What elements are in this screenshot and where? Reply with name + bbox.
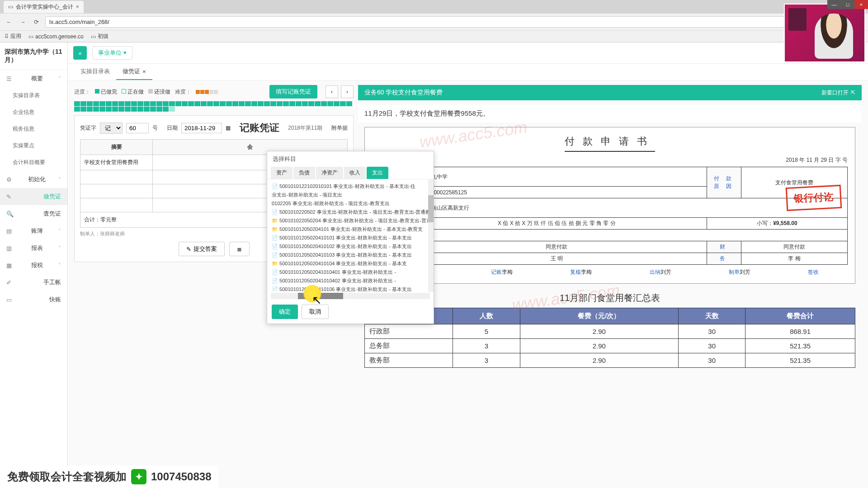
sidebar-item[interactable]: ▭快账 — [0, 291, 67, 308]
tree-node[interactable]: 📁 5001010220502​04 事业支出-财政补助支出 - 项目支出-教育… — [270, 216, 431, 225]
tree-node[interactable]: 📄 500101012050204​10103 事业支出-财政补助支出 - 基本… — [270, 251, 431, 259]
subject-tree[interactable]: 📄 5001010122102010101 事业支出-财政补助支出 - 基本支出… — [267, 179, 434, 292]
nav-icon: ▥ — [6, 245, 12, 252]
submit-answer-button[interactable]: ✎提交答案 — [179, 242, 225, 256]
progress-grid — [74, 101, 354, 112]
voucher-row-summary[interactable]: 学校支付食堂用餐费用 — [80, 155, 153, 170]
sidebar-item[interactable]: ▦报税˅ — [0, 257, 67, 274]
tree-node[interactable]: 📁 50010101205020​4101 事业支出-财政补助支出 - 基本支出… — [270, 225, 431, 234]
sidebar-item[interactable]: ▤账簿˅ — [0, 222, 67, 239]
tree-node[interactable]: 📄 500101022050​2 事业支出-财政补助支出 - 项目支出-教育支出… — [270, 208, 431, 216]
difficulty-label: 难度： — [175, 88, 191, 96]
sidebar-item[interactable]: 企业信息 — [0, 104, 67, 121]
doc-date: 2018 年 11 月 29 日 字 号 — [372, 156, 848, 164]
tree-node[interactable]: 业支出-财政补助支出 - 项目支出 — [270, 191, 431, 199]
horizontal-scrollbar[interactable] — [271, 293, 430, 299]
close-icon[interactable]: × — [76, 4, 79, 10]
footer-promo: 免费领取会计全套视频加 ✦ 1007450838 — [0, 465, 218, 488]
apps-icon[interactable]: ⠿ 应用 — [5, 33, 21, 40]
next-button[interactable]: › — [341, 85, 354, 98]
wechat-icon: ✦ — [131, 469, 146, 484]
voucher-number-input[interactable] — [126, 123, 149, 133]
tree-node[interactable]: 📄 5001010120502041010​401 事业支出-财政补助支出 - — [270, 268, 431, 277]
table-row: 总务部32.9030521.35 — [365, 339, 855, 353]
sidebar-item[interactable]: ⚙初始化˅ — [0, 171, 67, 188]
sidebar: 深圳市第九中学（11月） ☰概要˄实操目录表企业信息税务信息实操重点会计科目概要… — [0, 42, 68, 488]
sidebar-item[interactable]: 🔍查凭证 — [0, 205, 67, 222]
window-minimize[interactable]: — — [827, 0, 841, 9]
bookmark-2[interactable]: ▭ 初级 — [91, 33, 108, 40]
legend: 已做完 正在做 还没做 — [95, 88, 170, 96]
difficulty-indicator — [196, 90, 218, 94]
task-description: 11月29日，学校支付食堂用餐费9558元。 — [358, 105, 862, 122]
sidebar-item[interactable]: ☰概要˄ — [0, 70, 67, 87]
sidebar-item[interactable]: 会计科目概要 — [0, 154, 67, 171]
window-maximize[interactable]: □ — [841, 0, 854, 9]
tree-node[interactable]: 📄 500101012050204​10102 事业支出-财政补助支出 - 基本… — [270, 242, 431, 251]
voucher-more-button[interactable]: ≣ — [229, 242, 250, 256]
chevron-icon: ˅ — [58, 263, 61, 268]
prev-button[interactable]: ‹ — [326, 85, 338, 98]
open-new-window-button[interactable]: 新窗口打开 ⇱ — [821, 89, 855, 97]
url-text: lx.acc5.com/main_268/ — [49, 19, 109, 25]
tree-node[interactable]: 📄 500101012050204​10101 事业支出-财政补助支出 - 基本… — [270, 234, 431, 242]
sidebar-item[interactable]: 实操重点 — [0, 137, 67, 154]
doc-tab[interactable]: 做凭证 × — [116, 64, 152, 80]
subject-tab[interactable]: 支出 — [367, 167, 388, 179]
browser-tab[interactable]: ▭ 会计学堂实操中心_会计 × — [4, 1, 84, 13]
browser-chrome: ▭ 会计学堂实操中心_会计 × ← → ⟳ lx.acc5.com/main_2… — [0, 0, 868, 42]
window-close[interactable]: × — [854, 0, 868, 9]
tree-node[interactable]: 0102205 事业支出-财政补助支出 - 项目支出-教育支出 — [270, 199, 431, 208]
subject-select-popup: 选择科目 资产负债净资产收入支出 📄 5001010122102010101 事… — [267, 151, 434, 324]
tab-title: 会计学堂实操中心_会计 — [16, 3, 73, 11]
org-title: 深圳市第九中学（11月） — [0, 42, 67, 70]
voucher-type-select[interactable]: 记 — [100, 122, 123, 134]
task-badge: 业务60 学校支付食堂用餐费 — [364, 89, 443, 97]
cancel-button[interactable]: 取消 — [302, 305, 329, 319]
check-icon: ✎ — [186, 246, 191, 253]
chevron-icon: ˅ — [58, 228, 61, 234]
subject-tab[interactable]: 净资产 — [316, 167, 343, 179]
tree-node[interactable]: 📄 5001010120502041010​402 事业支出-财政补助支出 - — [270, 277, 431, 285]
doc-tab[interactable]: 实操目录表 — [74, 64, 116, 80]
sidebar-item[interactable]: ✐手工帐 — [0, 274, 67, 291]
task-header: 业务60 学校支付食堂用餐费 新窗口打开 ⇱ — [358, 85, 862, 100]
nav-icon: 🔍 — [6, 211, 14, 217]
calendar-icon[interactable]: ▦ — [226, 125, 231, 131]
subject-tab[interactable]: 收入 — [344, 167, 366, 179]
url-input[interactable]: lx.acc5.com/main_268/ — [45, 16, 836, 28]
payment-document: www.acc5.com 付款申请书 2018 年 11 月 29 日 字 号 … — [364, 127, 855, 284]
subject-tab[interactable]: 资产 — [271, 167, 292, 179]
chevron-down-icon: ▾ — [123, 49, 127, 56]
fill-voucher-button[interactable]: 填写记账凭证 — [269, 85, 317, 99]
sidebar-item[interactable]: 实操目录表 — [0, 87, 67, 104]
subject-tab[interactable]: 负债 — [293, 167, 315, 179]
table-row: 行政部52.9030868.91 — [365, 324, 855, 339]
doc-title: 付款申请书 — [372, 135, 848, 148]
close-icon[interactable]: × — [142, 68, 146, 75]
voucher-num-suffix: 号 — [152, 124, 158, 132]
voucher-type-label: 凭证字 — [80, 124, 96, 132]
vertical-scrollbar[interactable] — [428, 179, 434, 292]
sidebar-item[interactable]: ▥报表˅ — [0, 239, 67, 257]
tree-node[interactable]: 📄 5001010122102010101 事业支出-财政补助支出 - 基本支出… — [270, 182, 431, 191]
chevron-icon: ˄ — [58, 76, 61, 82]
sidebar-item[interactable]: ✎做凭证 — [0, 188, 67, 205]
progress-label: 进度： — [74, 88, 90, 96]
signature-row: 会计主管王明 记账李梅 复核李梅 出纳刘芳 制单刘芳 签收 — [372, 268, 848, 276]
tree-node[interactable]: 📄 500101012050204​10106 事业支出-财政补助支出 - 基本… — [270, 285, 431, 292]
nav-icon: ⚙ — [6, 176, 12, 183]
voucher-date-input[interactable] — [181, 123, 222, 133]
chevron-icon: ˅ — [58, 177, 61, 183]
sidebar-item[interactable]: 税务信息 — [0, 121, 67, 137]
nav-icon: ✎ — [6, 193, 11, 200]
unit-select[interactable]: 事业单位 ▾ — [92, 46, 132, 60]
collapse-sidebar-icon[interactable]: « — [73, 46, 87, 60]
forward-icon[interactable]: → — [18, 18, 27, 27]
tree-node[interactable]: 📁 500101012050204​10104 事业支出-财政补助支出 - 基本… — [270, 259, 431, 268]
bookmark-1[interactable]: ▭ acc5com.gensee.co — [28, 33, 84, 40]
back-icon[interactable]: ← — [5, 18, 14, 27]
reload-icon[interactable]: ⟳ — [32, 18, 41, 27]
chevron-icon: ˅ — [58, 245, 61, 251]
confirm-button[interactable]: 确定 — [272, 305, 298, 319]
